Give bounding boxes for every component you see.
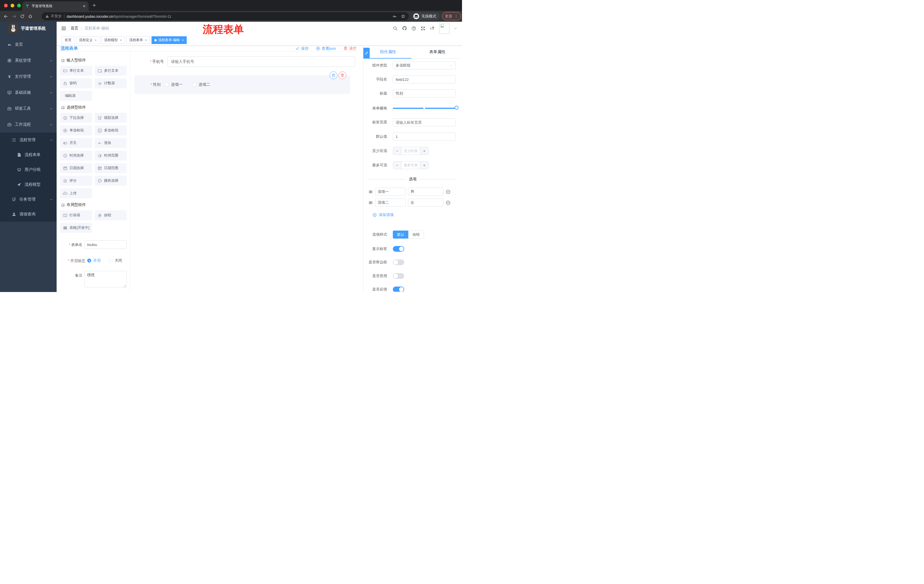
help-icon[interactable] — [411, 26, 416, 31]
remove-option-icon[interactable] — [446, 189, 450, 194]
address-bar[interactable]: 不安全 dashboard.yudao.iocoder.cn/bpm/manag… — [42, 12, 409, 20]
option-value-input[interactable] — [408, 199, 444, 207]
default-value-input[interactable] — [393, 133, 456, 141]
palette-item[interactable]: 级联选择 — [95, 113, 127, 123]
decrease-button[interactable]: − — [393, 147, 401, 155]
font-size-icon[interactable]: TT — [430, 26, 435, 31]
checkbox-icon[interactable] — [192, 82, 196, 87]
palette-item[interactable]: 编辑器 — [60, 91, 92, 101]
checkbox-icon[interactable] — [165, 82, 169, 87]
sidebar-subitem-3[interactable]: 流程模型 — [0, 177, 57, 192]
back-icon[interactable] — [3, 14, 8, 19]
sidebar-item-4[interactable]: 研发工具 — [0, 100, 57, 117]
drag-handle-icon[interactable] — [368, 201, 373, 205]
palette-item[interactable]: 表格[开发中] — [60, 223, 92, 233]
palette-item[interactable]: 评分 — [60, 176, 92, 186]
option-label-input[interactable] — [375, 199, 406, 207]
close-window-button[interactable] — [4, 4, 8, 7]
sidebar-item-2[interactable]: ¥支付管理 — [0, 69, 57, 85]
palette-item[interactable]: 时间范围 — [95, 151, 127, 161]
home-icon[interactable] — [28, 14, 33, 18]
collapse-sidebar-icon[interactable] — [61, 26, 66, 31]
option-value-input[interactable] — [408, 188, 444, 196]
increase-button[interactable]: + — [420, 161, 428, 169]
close-icon[interactable]: × — [144, 38, 147, 42]
max-select-value[interactable]: 最多可选 — [401, 161, 420, 169]
palette-item[interactable]: 开关 — [60, 138, 92, 148]
tab-form-props[interactable]: 表单属性 — [413, 46, 462, 58]
disabled-toggle[interactable] — [393, 273, 404, 279]
palette-item[interactable]: 行容器 — [60, 210, 92, 220]
sidebar-subitem-5[interactable]: 请假查询 — [0, 207, 57, 222]
required-toggle[interactable] — [393, 286, 404, 292]
save-button[interactable]: 保存 — [295, 46, 309, 51]
phone-field-input[interactable] — [167, 56, 355, 67]
browser-tab[interactable]: 芋道管理系统 ✕ — [22, 2, 89, 11]
close-icon[interactable]: × — [119, 38, 122, 42]
option-label-input[interactable] — [375, 188, 406, 196]
palette-item[interactable]: 单选框组 — [60, 125, 92, 135]
sidebar-item-3[interactable]: 基础设施 — [0, 85, 57, 100]
sidebar-subitem-4[interactable]: 任务管理 — [0, 192, 57, 207]
drag-handle-icon[interactable] — [368, 190, 373, 194]
slider-handle[interactable] — [455, 106, 459, 110]
component-type-select[interactable]: 多选框组 — [393, 61, 456, 69]
key-icon[interactable] — [393, 14, 397, 18]
palette-item[interactable]: 单行文本 — [60, 66, 92, 76]
status-radio-off[interactable]: 关闭 — [109, 258, 122, 263]
tag-4[interactable]: 流程表单-编辑× — [152, 36, 187, 44]
reload-icon[interactable] — [20, 14, 25, 18]
increase-button[interactable]: + — [420, 147, 428, 155]
chevron-down-icon[interactable] — [454, 26, 457, 30]
fullscreen-icon[interactable] — [421, 26, 426, 31]
option-style-default[interactable]: 默认 — [393, 230, 408, 239]
form-grid-slider[interactable] — [393, 108, 456, 109]
forward-icon[interactable] — [12, 14, 16, 19]
clear-button[interactable]: 清空 — [343, 46, 356, 51]
minimize-window-button[interactable] — [11, 4, 14, 7]
palette-item[interactable]: 滑块 — [95, 138, 127, 148]
min-select-value[interactable]: 至少应选 — [401, 147, 420, 155]
gender-option-2[interactable]: 选项二 — [192, 82, 210, 87]
palette-item[interactable]: 上传 — [60, 188, 92, 198]
tab-close-icon[interactable]: ✕ — [82, 4, 86, 8]
palette-item[interactable]: 多行文本 — [95, 66, 127, 76]
browser-menu-icon[interactable] — [454, 14, 458, 18]
form-name-input[interactable] — [84, 240, 127, 249]
sidebar-item-5[interactable]: 工作流程 — [0, 117, 57, 133]
new-tab-button[interactable] — [92, 3, 96, 7]
breadcrumb-home[interactable]: 首页 — [71, 26, 78, 31]
sidebar-item-1[interactable]: 系统管理 — [0, 53, 57, 69]
decrease-button[interactable]: − — [393, 161, 401, 169]
view-json-button[interactable]: 查看json — [316, 46, 336, 51]
close-icon[interactable]: × — [181, 38, 184, 42]
security-label[interactable]: 不安全 — [51, 14, 62, 19]
palette-item[interactable]: 多选框组 — [95, 125, 127, 135]
palette-item[interactable]: 下拉选择 — [60, 113, 92, 123]
close-icon[interactable]: × — [94, 38, 97, 42]
update-button[interactable]: 更新 — [442, 12, 461, 20]
show-label-toggle[interactable] — [393, 246, 404, 252]
sidebar-subitem-1[interactable]: 流程表单 — [0, 147, 57, 162]
url-text[interactable]: dashboard.yudao.iocoder.cn/bpm/manager/f… — [67, 14, 390, 18]
border-toggle[interactable] — [393, 260, 404, 265]
field-name-input[interactable] — [393, 76, 456, 84]
palette-item[interactable]: 123计数器 — [95, 78, 127, 88]
palette-item[interactable]: 按钮 — [95, 210, 127, 220]
tag-0[interactable]: 首页 — [62, 36, 74, 44]
option-style-button[interactable]: 按钮 — [408, 230, 424, 239]
tag-1[interactable]: 流程定义× — [76, 36, 99, 44]
palette-item[interactable]: 日期范围 — [95, 163, 127, 173]
delete-component-button[interactable] — [338, 71, 346, 79]
app-logo[interactable]: 芋道管理系统 — [0, 22, 57, 35]
sidebar-subitem-0[interactable]: 流程管理 — [0, 133, 57, 147]
bookmark-star-icon[interactable] — [401, 14, 405, 18]
avatar[interactable] — [439, 23, 449, 34]
palette-item[interactable]: 颜色选择 — [95, 176, 127, 186]
zoom-window-button[interactable] — [17, 4, 21, 7]
link-icon[interactable] — [363, 48, 370, 59]
sidebar-subitem-2[interactable]: 用户分组 — [0, 162, 57, 177]
gender-option-1[interactable]: 选项一 — [165, 82, 183, 87]
remove-option-icon[interactable] — [446, 200, 450, 205]
palette-item[interactable]: 日期选择 — [60, 163, 92, 173]
